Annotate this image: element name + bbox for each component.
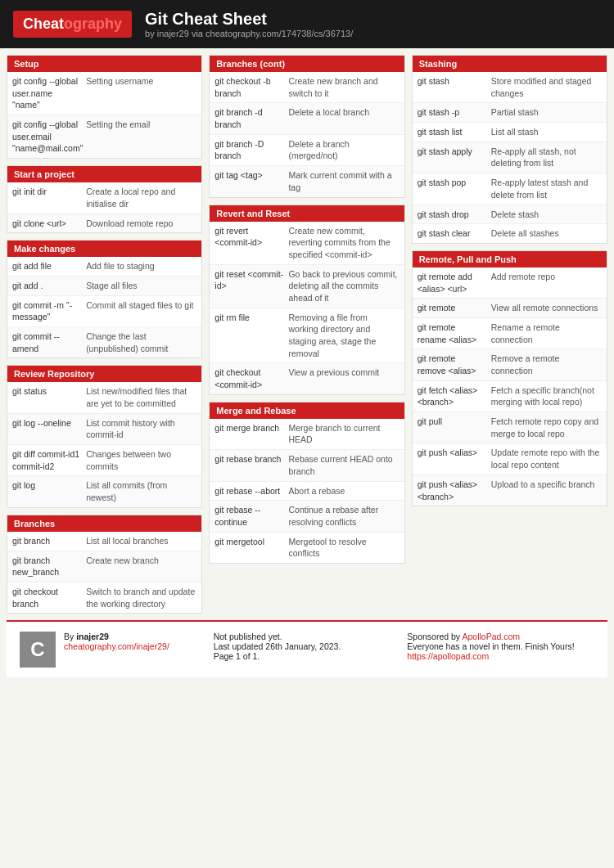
desc: Partial stash xyxy=(491,106,602,119)
row: git stash pop Re-apply latest stash and … xyxy=(413,173,607,205)
desc: Delete all stashes xyxy=(491,227,602,240)
row: git add . Stage all files xyxy=(7,277,201,296)
section-branches-title: Branches xyxy=(7,515,201,532)
row: git checkout <commit-id> View a previous… xyxy=(210,363,404,394)
footer-sponsor: Sponsored by ApolloPad.com Everyone has … xyxy=(407,632,594,668)
row: git stash drop Delete stash xyxy=(413,205,607,225)
cmd: git remote add <alias> <url> xyxy=(418,271,491,295)
section-start-project: Start a project git init dir Create a lo… xyxy=(7,165,202,233)
sponsor-url: https://apollopad.com xyxy=(407,651,594,661)
section-make-changes: Make changes git add file Add file to st… xyxy=(7,240,202,358)
desc: Rename a remote connection xyxy=(491,322,602,345)
footer: C By inajer29 cheatography.com/inajer29/… xyxy=(7,620,607,677)
author-link[interactable]: cheatography.com/inajer29/ xyxy=(64,641,169,651)
desc: Delete stash xyxy=(491,209,602,221)
cmd: git commit -m "-message" xyxy=(12,299,86,323)
row: git tag <tag> Mark current commit with a… xyxy=(210,166,404,196)
desc: Stage all files xyxy=(86,280,196,292)
row: git branch -D branch Delete a branch (me… xyxy=(210,135,404,166)
section-branches-cont: Branches (cont) git checkout -b branch C… xyxy=(209,55,404,198)
section-start-project-title: Start a project xyxy=(7,166,201,182)
desc: Add file to staging xyxy=(86,260,196,272)
section-make-changes-title: Make changes xyxy=(7,241,201,257)
footer-publish-info: Not published yet. Last updated 26th Jan… xyxy=(214,632,401,668)
section-revert-reset: Revert and Reset git revert <commit-id> … xyxy=(209,205,404,395)
cmd: git branch -D branch xyxy=(214,138,288,162)
cmd: git add . xyxy=(12,280,86,292)
avatar: C xyxy=(20,632,56,668)
section-setup: Setup git config --global user.name "nam… xyxy=(7,55,202,159)
cmd: git stash list xyxy=(418,126,491,138)
cmd: git checkout <commit-id> xyxy=(214,367,288,390)
desc: Create a local repo and initialise dir xyxy=(86,186,196,209)
row: git branch -d branch Delete a local bran… xyxy=(210,103,404,134)
cmd: git tag <tag> xyxy=(214,169,288,193)
cmd: git rebase --abort xyxy=(214,485,288,497)
desc: Remove a remote connection xyxy=(491,353,602,376)
column-3: Stashing git stash Store modified and st… xyxy=(412,55,607,614)
row: git mergetool Mergetool to resolve confl… xyxy=(210,533,404,563)
cmd: git commit --amend xyxy=(12,331,86,354)
cmd: git clone <url> xyxy=(12,218,86,230)
section-stashing: Stashing git stash Store modified and st… xyxy=(412,55,607,244)
sponsor-url-link[interactable]: https://apollopad.com xyxy=(407,651,489,661)
updated: Last updated 26th January, 2023. xyxy=(214,641,401,651)
section-branches: Branches git branch List all local branc… xyxy=(7,515,202,614)
row: git rebase --continue Continue a rebase … xyxy=(210,501,404,532)
desc: Setting username xyxy=(86,75,196,111)
row: git remote add <alias> <url> Add remote … xyxy=(413,268,607,299)
desc: Commit all staged files to git xyxy=(86,299,196,323)
section-review-repo: Review Repository git status List new/mo… xyxy=(7,365,202,508)
cmd: git log xyxy=(12,479,86,503)
desc: Merge branch to current HEAD xyxy=(288,422,399,446)
row: git init dir Create a local repo and ini… xyxy=(7,182,201,214)
author-by: By inajer29 xyxy=(64,632,169,641)
desc: View a previous commit xyxy=(288,367,399,390)
cmd: git stash apply xyxy=(418,146,491,169)
column-1: Setup git config --global user.name "nam… xyxy=(7,55,202,614)
row: git merge branch Merge branch to current… xyxy=(210,419,404,450)
cmd: git status xyxy=(12,385,86,409)
content-grid: Setup git config --global user.name "nam… xyxy=(0,48,614,620)
desc: Switch to branch and update the working … xyxy=(86,586,196,609)
author-name: inajer29 xyxy=(76,632,109,641)
cmd: git merge branch xyxy=(214,422,288,446)
cmd: git checkout -b branch xyxy=(214,75,288,99)
section-revert-reset-title: Revert and Reset xyxy=(210,205,404,222)
desc: Changes between two commits xyxy=(86,448,196,472)
row: git stash list List all stash xyxy=(413,123,607,142)
cmd: git mergetool xyxy=(214,536,288,560)
published: Not published yet. xyxy=(214,632,401,641)
desc: Re-apply all stash, not deleting from li… xyxy=(491,146,602,169)
row: git commit -m "-message" Commit all stag… xyxy=(7,296,201,327)
row: git commit --amend Change the last (unpu… xyxy=(7,327,201,358)
desc: Upload to a specific branch xyxy=(491,479,602,502)
row: git stash apply Re-apply all stash, not … xyxy=(413,142,607,173)
cmd: git config --global user.name "name" xyxy=(12,75,86,111)
section-remote-pull-push: Remote, Pull and Push git remote add <al… xyxy=(412,250,607,506)
logo: Cheatography xyxy=(13,11,132,38)
cmd: git branch -d branch xyxy=(214,106,288,130)
row: git reset <commit-id> Go back to previou… xyxy=(210,265,404,308)
desc: View all remote connections xyxy=(491,302,602,314)
cmd: git diff commit-id1 commit-id2 xyxy=(12,448,86,472)
desc: List new/modified files that are yet to … xyxy=(86,385,196,409)
desc: List all commits (from newest) xyxy=(86,479,196,503)
desc: Mergetool to resolve conflicts xyxy=(288,536,399,560)
row: git rebase --abort Abort a rebase xyxy=(210,482,404,501)
row: git status List new/modified files that … xyxy=(7,382,201,413)
header-title: Git Cheat Sheet by inajer29 via cheatogr… xyxy=(145,10,353,38)
section-branches-cont-title: Branches (cont) xyxy=(210,56,404,72)
cmd: git init dir xyxy=(12,186,86,209)
desc: Change the last (unpublished) commit xyxy=(86,331,196,354)
cmd: git stash clear xyxy=(418,227,491,240)
desc: Store modified and staged changes xyxy=(491,75,602,99)
cmd: git stash xyxy=(418,75,491,99)
sponsor-name-link[interactable]: ApolloPad.com xyxy=(462,632,520,641)
cmd: git rebase --continue xyxy=(214,504,288,528)
cmd: git fetch <alias> <branch> xyxy=(418,385,491,408)
section-remote-pull-push-title: Remote, Pull and Push xyxy=(413,251,607,268)
desc: Continue a rebase after resolving confli… xyxy=(288,504,399,528)
page: Page 1 of 1. xyxy=(214,651,401,661)
cmd: git pull xyxy=(418,416,491,439)
